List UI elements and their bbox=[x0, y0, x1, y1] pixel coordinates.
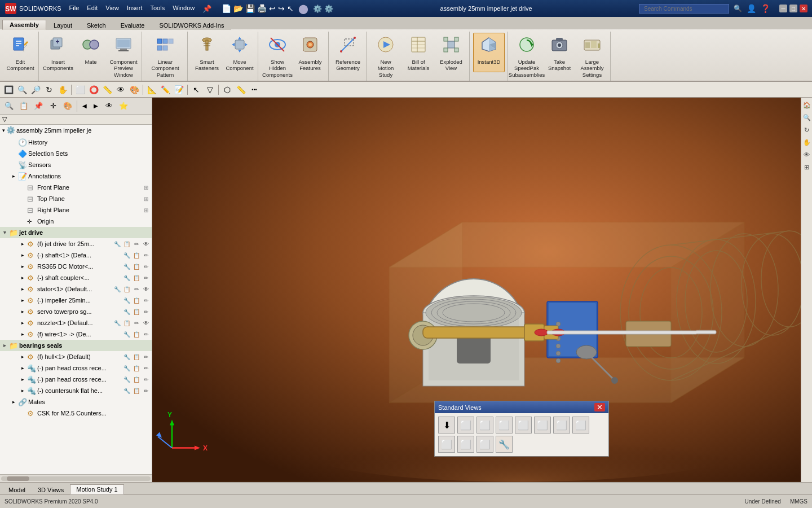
expander-hull1[interactable]: ▸ bbox=[18, 354, 27, 360]
new-motion-study-button[interactable]: New MotionStudy bbox=[370, 33, 401, 80]
ph1-a1[interactable]: 🔧 bbox=[122, 364, 131, 373]
help-icon[interactable]: ❓ bbox=[761, 4, 770, 13]
expander-rs365[interactable]: ▸ bbox=[18, 264, 27, 269]
component-preview-button[interactable]: ComponentPreviewWindow bbox=[108, 33, 139, 80]
search-icon[interactable]: 🔍 bbox=[734, 5, 742, 12]
nz-a1[interactable]: 🔧 bbox=[113, 318, 122, 327]
ph2-a2[interactable]: 📋 bbox=[132, 375, 141, 384]
save-icon[interactable]: 💾 bbox=[245, 4, 255, 13]
new-icon[interactable]: 📄 bbox=[222, 4, 231, 13]
expander-countersunk[interactable]: ▸ bbox=[18, 388, 27, 393]
h-scroll-thumb[interactable] bbox=[7, 476, 29, 481]
tab-model[interactable]: Model bbox=[2, 485, 32, 494]
prev-arrow[interactable]: ◀ bbox=[80, 101, 90, 111]
im-a2[interactable]: 📋 bbox=[132, 296, 141, 305]
tab-assembly[interactable]: Assembly bbox=[2, 20, 46, 30]
tab-sketch[interactable]: Sketch bbox=[80, 20, 113, 30]
w-a3[interactable]: ✏ bbox=[142, 330, 151, 339]
w-a1[interactable]: 🔧 bbox=[122, 330, 131, 339]
menu-view[interactable]: View bbox=[102, 3, 122, 14]
triad-icon[interactable]: ⬡ bbox=[221, 84, 233, 96]
user-icon[interactable]: 👤 bbox=[747, 4, 756, 13]
annotation-icon[interactable]: ✏️ bbox=[159, 84, 171, 96]
tree-item-servo[interactable]: ▸ ⚙ servo towerpro sg... 🔧 📋 ✏ bbox=[0, 306, 152, 317]
zoom-in-icon[interactable]: 🔎 bbox=[29, 84, 42, 96]
tree-item-wire1[interactable]: ▸ ⚙ (f) wire<1> -> (De... 🔧 📋 ✏ bbox=[0, 329, 152, 340]
tab-3d-views[interactable]: 3D Views bbox=[32, 485, 70, 494]
eye-icon[interactable]: 👁 bbox=[102, 99, 116, 113]
standard-views-close-button[interactable]: ✕ bbox=[594, 403, 605, 411]
next-arrow[interactable]: ▶ bbox=[91, 101, 101, 111]
filter-feature-icon[interactable]: 🔍 bbox=[2, 99, 16, 113]
sv-settings-button[interactable]: 🔧 bbox=[496, 436, 513, 453]
tree-item-pan-head1[interactable]: ▸ 🔩 (-) pan head cross rece... 🔧 📋 ✏ bbox=[0, 362, 152, 374]
sv-front-button[interactable]: ⬇ bbox=[438, 417, 455, 433]
print-icon[interactable]: 🖨️ bbox=[257, 4, 267, 13]
menu-insert[interactable]: Insert bbox=[123, 3, 146, 14]
redo-icon[interactable]: ↪ bbox=[278, 4, 285, 13]
sv-dimetric-button[interactable]: ⬜ bbox=[572, 417, 589, 433]
tree-item-impeller[interactable]: ▸ ⚙ (-) impeller 25min... 🔧 📋 ✏ bbox=[0, 295, 152, 306]
rs-a3[interactable]: ✏ bbox=[142, 262, 151, 271]
st-a4[interactable]: 👁 bbox=[142, 284, 151, 294]
feature-tree-icon[interactable]: 📋 bbox=[17, 99, 30, 113]
menu-window[interactable]: Window bbox=[169, 3, 198, 14]
section-view-icon[interactable]: ⭕ bbox=[87, 84, 100, 96]
display-tree-icon[interactable]: 🎨 bbox=[61, 99, 74, 113]
st-a2[interactable]: 📋 bbox=[122, 284, 131, 294]
configuration-tree-icon[interactable]: ✛ bbox=[46, 99, 60, 113]
reference-geometry-button[interactable]: ReferenceGeometry bbox=[332, 33, 364, 73]
tree-item-shaft-coupler[interactable]: ▸ ⚙ (-) shaft coupler<... 🔧 📋 ✏ bbox=[0, 272, 152, 283]
cursor-icon[interactable]: ↖ bbox=[287, 4, 294, 13]
mate-button[interactable]: Mate bbox=[75, 33, 107, 72]
filter-icon[interactable]: ▽ bbox=[204, 84, 216, 96]
pan-icon[interactable]: ✋ bbox=[56, 84, 69, 96]
expander-pan1[interactable]: ▸ bbox=[18, 365, 27, 371]
expander-impeller[interactable]: ▸ bbox=[18, 297, 27, 303]
maximize-button[interactable]: □ bbox=[789, 5, 797, 12]
tree-item-selection-sets[interactable]: 🔷 Selection Sets bbox=[0, 148, 152, 159]
sv-a2[interactable]: 📋 bbox=[132, 307, 141, 316]
show-hidden-button[interactable]: Show HiddenComponents bbox=[262, 33, 293, 80]
menu-file[interactable]: File bbox=[66, 3, 83, 14]
rp-table-icon[interactable]: ⊞ bbox=[802, 162, 812, 172]
rp-view-icon[interactable]: 👁 bbox=[802, 150, 812, 160]
take-snapshot-button[interactable]: TakeSnapshot bbox=[544, 33, 575, 73]
linear-component-pattern-button[interactable]: Linear ComponentPattern bbox=[145, 33, 185, 80]
s1-a3[interactable]: ✏ bbox=[142, 251, 151, 260]
ph1-a2[interactable]: 📋 bbox=[132, 364, 141, 373]
rp-zoom-icon[interactable]: 🔍 bbox=[802, 112, 812, 122]
c-a2[interactable]: 📋 bbox=[132, 273, 141, 282]
tab-motion-study-1[interactable]: Motion Study 1 bbox=[70, 484, 123, 494]
minimize-button[interactable]: ─ bbox=[779, 5, 787, 12]
s1-a1[interactable]: 🔧 bbox=[122, 251, 131, 260]
tree-item-jet-drive[interactable]: ▾ 📁 jet drive bbox=[0, 227, 152, 238]
cs-a1[interactable]: 🔧 bbox=[122, 386, 131, 395]
zoom-to-fit-icon[interactable]: 🔍 bbox=[16, 84, 28, 96]
rp-rotate-icon[interactable]: ↻ bbox=[802, 125, 812, 135]
s1-a2[interactable]: 📋 bbox=[132, 251, 141, 260]
expander-wire1[interactable]: ▸ bbox=[18, 331, 27, 337]
sv-top-button[interactable]: ⬜ bbox=[515, 417, 532, 433]
tab-solidworks-addins[interactable]: SOLIDWORKS Add-Ins bbox=[152, 20, 231, 30]
rp-pan-icon[interactable]: ✋ bbox=[802, 137, 812, 147]
rp-home-icon[interactable]: 🏠 bbox=[802, 100, 812, 110]
sv-a1[interactable]: 🔧 bbox=[122, 307, 131, 316]
action2[interactable]: 📋 bbox=[122, 239, 131, 248]
tree-item-origin[interactable]: ✛ Origin bbox=[0, 216, 152, 227]
exploded-view-button[interactable]: ExplodedView bbox=[435, 33, 467, 73]
menu-pin[interactable]: 📌 bbox=[199, 3, 215, 14]
appearance-icon[interactable]: 🎨 bbox=[128, 84, 140, 96]
instant3d-button[interactable]: Instant3D bbox=[473, 33, 505, 72]
h-a2[interactable]: 📋 bbox=[132, 352, 141, 361]
help-options-icon[interactable]: ⚙️ bbox=[324, 5, 333, 13]
update-speedpak-button[interactable]: UpdateSpeedPakSubassemblies bbox=[511, 33, 542, 80]
sv-trimetric-button[interactable]: ⬜ bbox=[438, 436, 455, 453]
expander-nozzle1[interactable]: ▸ bbox=[18, 320, 27, 326]
tree-item-history[interactable]: 🕐 History bbox=[0, 137, 152, 148]
ph1-a3[interactable]: ✏ bbox=[142, 364, 151, 373]
assembly-features-button[interactable]: AssemblyFeatures bbox=[294, 33, 326, 73]
large-assembly-settings-button[interactable]: LargeAssemblySettings bbox=[576, 33, 608, 80]
sketch-icon[interactable]: 📝 bbox=[173, 84, 185, 96]
move-component-button[interactable]: MoveComponent bbox=[224, 33, 255, 73]
